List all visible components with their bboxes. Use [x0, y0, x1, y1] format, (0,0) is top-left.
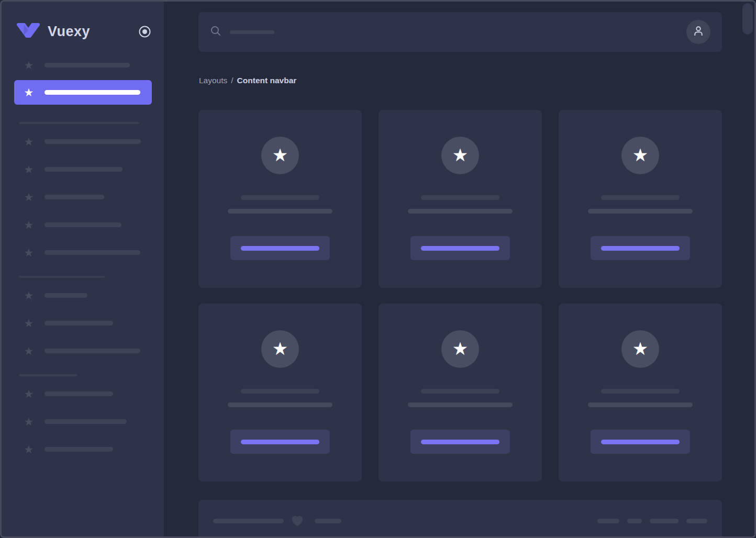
star-icon: ★: [23, 388, 35, 399]
card-text-skeleton: [588, 209, 693, 214]
sidebar-item-label-skeleton: [45, 349, 140, 353]
card-text-skeleton: [228, 209, 332, 214]
breadcrumb-section[interactable]: Layouts: [199, 76, 227, 85]
placeholder-card: ★: [559, 110, 722, 288]
star-icon: ★: [23, 444, 35, 455]
scrollbar-thumb[interactable]: [742, 3, 753, 35]
footer: [198, 500, 722, 538]
star-icon: ★: [272, 340, 288, 359]
avatar: ★: [261, 330, 299, 368]
star-icon: ★: [23, 318, 35, 329]
footer-link-skeleton[interactable]: [650, 519, 679, 523]
sidebar-item-label-skeleton: [19, 276, 105, 278]
brand-title: Vuexy: [48, 24, 90, 40]
button-label-skeleton: [241, 440, 319, 444]
footer-link-skeleton[interactable]: [597, 519, 619, 523]
star-icon: ★: [23, 247, 35, 258]
placeholder-card: ★: [379, 110, 542, 288]
sidebar-item-skeleton[interactable]: ★: [14, 246, 152, 259]
sidebar-item-label-skeleton: [45, 293, 87, 298]
footer-link-skeleton[interactable]: [686, 519, 707, 523]
sidebar-nav: ★ ★ ★ ★ ★ ★ ★: [2, 49, 164, 455]
card-title-skeleton: [601, 195, 680, 200]
card-action-button[interactable]: [591, 430, 690, 454]
star-icon: ★: [23, 192, 35, 203]
button-label-skeleton: [241, 246, 319, 251]
sidebar-item-label-skeleton: [45, 250, 140, 255]
avatar: ★: [261, 137, 299, 174]
star-icon: ★: [23, 416, 35, 427]
footer-copyright-skeleton: [213, 519, 284, 523]
footer-links: [597, 519, 707, 523]
avatar: ★: [621, 137, 659, 174]
star-icon: ★: [272, 146, 288, 165]
card-title-skeleton: [241, 389, 319, 394]
sidebar-item-label-skeleton: [45, 447, 113, 452]
button-label-skeleton: [421, 440, 499, 444]
card-action-button[interactable]: [410, 430, 510, 454]
star-icon: ★: [632, 340, 648, 359]
button-label-skeleton: [601, 440, 680, 444]
star-icon: ★: [632, 146, 648, 165]
sidebar: Vuexy ★ ★ ★ ★: [2, 2, 164, 536]
star-icon: ★: [452, 146, 468, 165]
sidebar-item-skeleton[interactable]: ★: [14, 59, 152, 71]
card-title-skeleton: [421, 389, 499, 394]
sidebar-section-label: ★: [14, 276, 152, 278]
sidebar-item-skeleton[interactable]: ★: [14, 317, 152, 329]
card-action-button[interactable]: [410, 236, 510, 260]
avatar: ★: [441, 137, 479, 174]
sidebar-item-skeleton[interactable]: ★: [14, 387, 152, 400]
avatar: ★: [621, 330, 659, 368]
star-icon: ★: [23, 60, 35, 71]
footer-link-skeleton[interactable]: [627, 519, 642, 523]
sidebar-section-label: ★: [14, 122, 152, 124]
sidebar-item-label-skeleton: [19, 374, 77, 376]
avatar: ★: [441, 330, 479, 368]
sidebar-header: Vuexy: [2, 2, 164, 49]
radio-circle-icon[interactable]: [138, 25, 151, 38]
button-label-skeleton: [601, 246, 680, 251]
card-action-button[interactable]: [230, 236, 330, 260]
card-title-skeleton: [601, 389, 680, 394]
sidebar-item-skeleton[interactable]: ★: [14, 218, 152, 231]
star-icon: ★: [23, 219, 35, 230]
sidebar-item-label-skeleton: [19, 122, 139, 124]
star-icon: ★: [23, 290, 35, 301]
search-input[interactable]: [210, 25, 274, 39]
sidebar-item-skeleton[interactable]: ★: [14, 344, 152, 357]
footer-text-skeleton: [315, 519, 341, 523]
star-icon: ★: [23, 136, 35, 147]
sidebar-item-label-skeleton: [45, 90, 140, 95]
card-action-button[interactable]: [591, 236, 690, 260]
sidebar-item-label-skeleton: [45, 195, 104, 199]
breadcrumb-current: Content navbar: [237, 76, 297, 85]
sidebar-item-skeleton[interactable]: ★: [14, 289, 152, 301]
button-label-skeleton: [421, 246, 499, 251]
sidebar-item-skeleton[interactable]: ★: [14, 443, 152, 455]
sidebar-item-label-skeleton: [45, 63, 130, 68]
sidebar-item-skeleton[interactable]: ★: [14, 415, 152, 428]
sidebar-item-label-skeleton: [45, 222, 121, 227]
placeholder-card: ★: [559, 304, 722, 481]
breadcrumb: Layouts / Content navbar: [199, 76, 296, 85]
sidebar-item-skeleton[interactable]: ★: [14, 190, 152, 203]
star-icon: ★: [23, 164, 35, 175]
sidebar-item-skeleton[interactable]: ★: [14, 163, 152, 175]
star-icon: ★: [23, 345, 35, 356]
star-icon: ★: [452, 340, 468, 359]
card-action-button[interactable]: [230, 430, 330, 454]
card-title-skeleton: [421, 195, 499, 200]
search-placeholder-skeleton: [230, 30, 274, 34]
user-icon: [692, 24, 705, 40]
sidebar-item-label-skeleton: [45, 391, 113, 396]
placeholder-card: ★: [198, 110, 362, 288]
card-text-skeleton: [588, 402, 693, 407]
sidebar-item-skeleton[interactable]: ★: [14, 135, 152, 148]
top-navbar: [198, 12, 722, 52]
star-icon: ★: [23, 87, 35, 98]
sidebar-item-label-skeleton: [45, 419, 127, 424]
user-avatar[interactable]: [686, 20, 710, 44]
placeholder-card: ★: [198, 304, 362, 481]
sidebar-item-active[interactable]: ★: [14, 80, 152, 105]
